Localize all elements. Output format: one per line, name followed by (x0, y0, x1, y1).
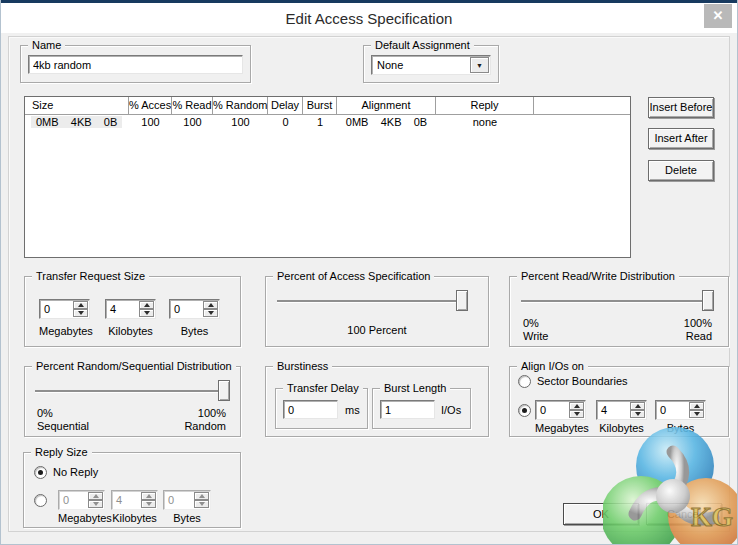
col-header-size[interactable]: Size (25, 97, 129, 114)
col-header-random[interactable]: % Random (213, 97, 268, 114)
spin-up-button[interactable] (689, 402, 704, 410)
burstiness-group: Burstiness Transfer Delay ms Burst Lengt… (265, 366, 489, 437)
reply-megabytes-spinner: 0 (58, 490, 105, 510)
col-header-access[interactable]: % Access (129, 97, 172, 114)
cancel-button[interactable]: Cancel (646, 503, 722, 525)
triangle-up-icon (694, 404, 700, 408)
spin-down-button[interactable] (203, 309, 218, 317)
spin-up-button[interactable] (73, 301, 88, 309)
spin-up-button[interactable] (203, 301, 218, 309)
triangle-up-icon (93, 494, 99, 498)
reply-size-group: Reply Size No Reply 0 4 0 Megabytes Kilo… (23, 452, 241, 528)
cell-reply[interactable]: none (436, 115, 534, 131)
align-kilobytes-label: Kilobytes (596, 422, 647, 434)
col-header-delay[interactable]: Delay (268, 97, 303, 114)
title-bar[interactable]: Edit Access Specification (1, 3, 737, 33)
rw-right-label: Read (686, 330, 712, 342)
slider-track (277, 300, 468, 303)
col-header-reply[interactable]: Reply (436, 97, 534, 114)
transfer-delay-label: Transfer Delay (283, 382, 363, 395)
triangle-down-icon (574, 412, 580, 416)
read-write-slider[interactable] (521, 289, 714, 313)
name-group-label: Name (28, 39, 65, 52)
spin-down-button[interactable] (689, 410, 704, 418)
spin-up-button[interactable] (139, 301, 154, 309)
triangle-up-icon (144, 303, 150, 307)
slider-track (521, 300, 714, 303)
col-header-burst[interactable]: Burst (303, 97, 337, 114)
dropdown-button[interactable]: ▼ (470, 57, 489, 73)
cell-burst[interactable]: 1 (303, 115, 337, 131)
random-sequential-group: Percent Random/Sequential Distribution 0… (24, 366, 241, 437)
reply-kilobytes-label: Kilobytes (111, 512, 158, 524)
transfer-delay-group: Transfer Delay ms (275, 388, 368, 429)
spin-down-button[interactable] (139, 309, 154, 317)
percent-access-slider[interactable] (277, 289, 468, 313)
delete-button[interactable]: Delete (648, 160, 714, 181)
triangle-up-icon (199, 494, 205, 498)
spin-up-button[interactable] (569, 402, 584, 410)
default-assignment-dropdown[interactable]: None ▼ (371, 55, 491, 75)
spin-down-button[interactable] (569, 410, 584, 418)
random-sequential-slider[interactable] (35, 379, 230, 403)
transfer-delay-input[interactable] (283, 400, 338, 419)
cell-read[interactable]: 100 (172, 115, 213, 131)
trs-megabytes-spinner[interactable]: 0 (39, 299, 90, 319)
close-button[interactable]: ✕ (704, 4, 732, 28)
spin-up-button (88, 492, 103, 500)
spin-down-button[interactable] (73, 309, 88, 317)
burst-length-input[interactable] (380, 400, 435, 419)
cell-size[interactable]: 0MB 4KB 0B (25, 115, 129, 131)
slider-thumb[interactable] (456, 290, 468, 311)
trs-megabytes-value: 0 (44, 303, 50, 315)
align-kilobytes-spinner[interactable]: 4 (596, 400, 647, 420)
table-row[interactable]: 0MB 4KB 0B 100 100 100 0 1 0MB 4KB 0B no… (25, 115, 630, 131)
rs-left-value: 0% (37, 407, 53, 419)
insert-before-button[interactable]: Insert Before (648, 97, 714, 118)
transfer-request-size-title: Transfer Request Size (32, 270, 149, 283)
trs-bytes-spinner[interactable]: 0 (169, 299, 220, 319)
spin-up-button (194, 492, 209, 500)
align-ios-title: Align I/Os on (517, 360, 588, 373)
access-spec-table[interactable]: Size % Access % Read % Random Delay Burs… (24, 96, 631, 258)
align-bytes-spinner[interactable]: 0 (655, 400, 706, 420)
custom-alignment-radio[interactable] (518, 404, 531, 417)
cell-alignment[interactable]: 0MB 4KB 0B (337, 115, 436, 131)
sector-boundaries-radio[interactable] (518, 375, 531, 388)
trs-kilobytes-spinner[interactable]: 4 (105, 299, 156, 319)
default-assignment-label: Default Assignment (371, 39, 474, 52)
burst-length-label: Burst Length (380, 382, 450, 395)
triangle-up-icon (574, 404, 580, 408)
align-megabytes-spinner[interactable]: 0 (535, 400, 586, 420)
name-input[interactable] (28, 55, 243, 74)
edit-access-specification-dialog: Edit Access Specification ✕ Name Default… (0, 0, 738, 545)
spin-down-button[interactable] (630, 410, 645, 418)
percent-access-spec-group: Percent of Access Specification 100 Perc… (265, 276, 489, 347)
col-header-read[interactable]: % Read (172, 97, 213, 114)
spinner-buttons (689, 402, 704, 418)
default-assignment-value: None (377, 59, 403, 71)
slider-thumb[interactable] (218, 380, 230, 401)
align-kilobytes-value: 4 (601, 404, 607, 416)
no-reply-radio[interactable] (34, 466, 47, 479)
cell-delay[interactable]: 0 (268, 115, 303, 131)
triangle-up-icon (208, 303, 214, 307)
col-header-alignment[interactable]: Alignment (337, 97, 436, 114)
burstiness-title: Burstiness (273, 360, 332, 373)
cell-random[interactable]: 100 (213, 115, 268, 131)
spinner-buttons (139, 301, 154, 317)
slider-thumb[interactable] (702, 290, 714, 311)
close-icon: ✕ (713, 8, 724, 23)
insert-after-button[interactable]: Insert After (648, 128, 714, 149)
cell-size-value: 0MB 4KB 0B (31, 116, 122, 128)
custom-reply-radio[interactable] (34, 494, 47, 507)
trs-kilobytes-value: 4 (110, 303, 116, 315)
insert-after-label: Insert After (649, 129, 713, 148)
burst-length-unit: I/Os (441, 404, 461, 416)
cell-access[interactable]: 100 (129, 115, 172, 131)
spinner-buttons (73, 301, 88, 317)
triangle-down-icon (208, 311, 214, 315)
ok-button[interactable]: OK (563, 503, 639, 525)
triangle-down-icon (93, 502, 99, 506)
spin-up-button[interactable] (630, 402, 645, 410)
